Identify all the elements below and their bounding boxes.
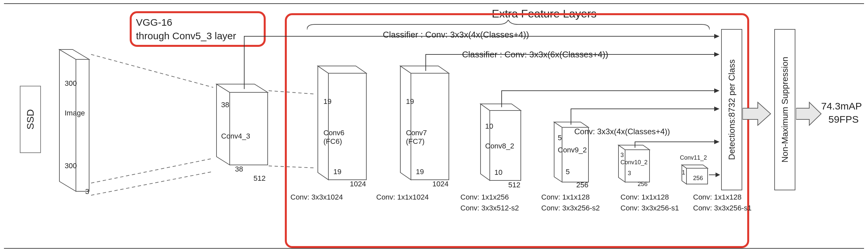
classifier-1: Classifier : Conv: 3x3x(4x(Classes+4)) [383, 30, 529, 40]
conv11-below2: Conv: 3x3x256-s1 [693, 204, 751, 213]
arrow-from-conv9 [571, 109, 720, 127]
conv7-c: 1024 [432, 180, 448, 188]
svg-marker-33 [682, 165, 708, 168]
conv7-h: 19 [406, 97, 414, 106]
svg-line-11 [269, 166, 315, 168]
conv10-below1: Conv: 1x1x128 [620, 193, 669, 201]
ssd-architecture-diagram: Extra Feature Layers SSD VGG-16 through … [0, 0, 868, 252]
conv6-below: Conv: 3x3x1024 [290, 193, 343, 201]
pyramid-2 [269, 91, 315, 177]
conv7-below: Conv: 1x1x1024 [376, 193, 429, 201]
svg-marker-28 [625, 150, 650, 182]
classifier-3: Conv: 3x3x(4x(Classes+4)) [574, 127, 670, 136]
svg-line-3 [91, 55, 213, 87]
svg-marker-37 [796, 102, 821, 125]
svg-marker-35 [715, 172, 720, 177]
conv7-name: Conv7 (FC7) [406, 129, 427, 146]
conv8-2-c: 512 [508, 181, 521, 189]
conv11-2-c: 256 [693, 175, 703, 182]
metric-fps: 59FPS [828, 114, 859, 125]
ssd-label: SSD [20, 86, 41, 153]
input-c: 3 [85, 187, 89, 196]
conv10-2-c: 256 [638, 181, 648, 188]
conv10-below2: Conv: 3x3x256-s1 [620, 204, 679, 213]
big-arrow-2 [796, 99, 823, 129]
arrow-from-conv8 [502, 91, 720, 111]
conv11-2-name: Conv11_2 [680, 154, 707, 161]
conv7-w: 19 [416, 167, 424, 176]
big-arrow-1 [743, 99, 772, 129]
pyramid-1 [91, 50, 223, 201]
conv8-2-w: 10 [494, 168, 502, 177]
conv9-below2: Conv: 3x3x256-s2 [541, 204, 600, 213]
svg-marker-6 [217, 84, 230, 165]
conv10-2-w: 3 [628, 170, 631, 177]
conv10-2-name: Conv10_2 [620, 159, 648, 166]
conv9-2-h: 5 [558, 134, 562, 142]
conv9-below1: Conv: 1x1x128 [541, 193, 590, 201]
svg-marker-13 [329, 73, 366, 180]
classifier-2: Classifier : Conv: 3x3x(6x(Classes+4)) [462, 50, 608, 60]
conv4-3-w: 38 [235, 165, 243, 174]
conv6-h: 19 [323, 97, 331, 106]
conv9-2-name: Conv9_2 [558, 146, 587, 154]
input-label: Image [65, 109, 85, 118]
conv8-2-name: Conv8_2 [485, 142, 514, 150]
conv11-below1: Conv: 1x1x128 [693, 193, 742, 201]
conv10-2-h: 3 [620, 152, 624, 159]
svg-line-10 [269, 91, 315, 94]
svg-line-4 [91, 158, 213, 183]
conv8-below2: Conv: 3x3x512-s2 [460, 204, 519, 213]
conv6-name: Conv6 (FC6) [323, 129, 345, 146]
conv11-2-h: 1 [682, 169, 685, 176]
conv9-2-w: 5 [566, 167, 570, 176]
backbone-note: VGG-16 through Conv5_3 layer [136, 16, 236, 42]
conv4-3-name: Conv4_3 [221, 132, 250, 140]
svg-marker-16 [411, 73, 449, 180]
svg-marker-36 [743, 102, 771, 125]
input-h: 300 [65, 79, 77, 88]
brace-extra-layers [307, 20, 710, 31]
conv4-3-c: 512 [253, 174, 266, 183]
conv4-3-h: 38 [221, 101, 229, 109]
detections-box: Detections:8732 per Class [721, 29, 742, 190]
svg-marker-1 [76, 59, 89, 191]
conv6-block [312, 66, 371, 190]
conv9-2-c: 256 [576, 181, 588, 189]
conv7-block [394, 66, 454, 190]
svg-line-5 [91, 171, 213, 195]
nms-box: Non-Maximum Suppression [774, 29, 796, 190]
conv8-below1: Conv: 1x1x256 [460, 193, 509, 201]
input-w: 300 [65, 162, 77, 170]
svg-marker-12 [318, 66, 329, 180]
svg-marker-15 [400, 66, 411, 180]
conv6-w: 19 [333, 167, 341, 176]
conv8-2-h: 10 [485, 122, 493, 131]
svg-marker-7 [230, 92, 268, 165]
top-rule [4, 3, 864, 4]
arrow-from-conv11 [709, 172, 721, 179]
metric-map: 74.3mAP [821, 101, 862, 112]
arrow-from-conv10 [635, 142, 720, 152]
bottom-rule [4, 248, 864, 249]
conv6-c: 1024 [350, 180, 366, 188]
